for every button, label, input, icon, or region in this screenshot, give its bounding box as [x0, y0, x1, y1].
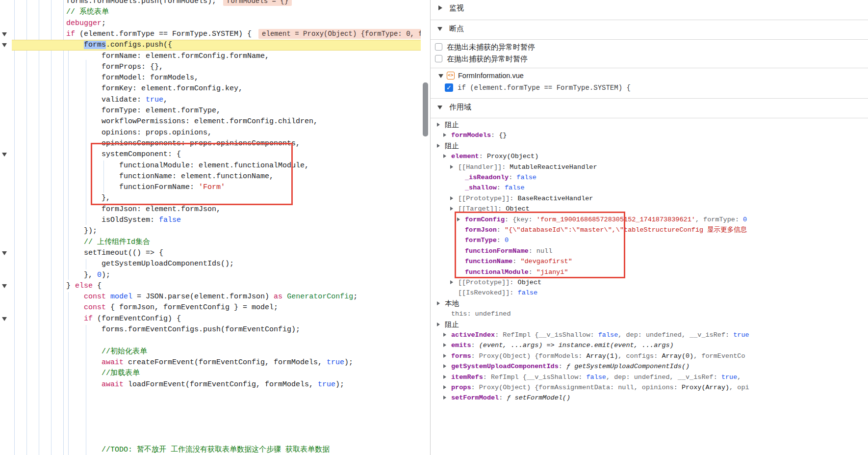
checkbox-checked[interactable]: ✓ [445, 83, 453, 92]
breakpoint-entry[interactable]: ✓ if (element.formType == FormType.SYSTE… [431, 81, 868, 94]
checkbox-unchecked[interactable] [435, 55, 442, 62]
code-line[interactable]: setTimeout(() => { [0, 248, 421, 259]
section-watch[interactable]: 监视 [431, 1, 868, 15]
code-line[interactable]: } else { [0, 281, 421, 292]
section-scope[interactable]: 作用域 [431, 100, 868, 114]
expand-arrow-icon[interactable] [450, 207, 453, 211]
code-line[interactable]: validate: true, [0, 95, 421, 106]
code-line[interactable]: if (element.formType == FormType.SYSTEM)… [0, 29, 421, 40]
expand-arrow-icon[interactable] [443, 154, 446, 158]
code-line[interactable]: }); [0, 226, 421, 237]
expand-arrow-icon[interactable] [437, 144, 440, 148]
code-line[interactable]: isOldSystem: false [0, 215, 421, 226]
code-line[interactable]: }, 0); [0, 270, 421, 281]
code-line[interactable]: await createFormEvent(formEventConfig, f… [0, 357, 421, 368]
code-line[interactable]: forms.formModels.push(formModels);formMo… [0, 0, 421, 7]
expand-arrow-icon[interactable] [443, 343, 446, 347]
code-line[interactable]: formName: element.formConfig.formName, [0, 51, 421, 62]
code-line[interactable]: await loadFormEvent(formEventConfig, for… [0, 379, 421, 390]
breakpoint-file-group[interactable]: <> FormInformation.vue [431, 70, 868, 81]
scope-row[interactable]: this: undefined [431, 309, 868, 319]
scope-token: , dep: undefined, __v_isRef: [606, 374, 721, 381]
scope-token: , dep: undefined, __v_isRef: [618, 331, 733, 339]
code-line[interactable]: // 上传组件Id集合 [0, 237, 421, 248]
code-line[interactable]: const model = JSON.parse(element.formJso… [0, 292, 421, 302]
scope-row[interactable]: forms: Proxy(Object) {formModels: Array(… [431, 351, 868, 361]
expand-arrow-icon[interactable] [450, 165, 453, 169]
code-line[interactable]: opinions: props.opinions, [0, 128, 421, 138]
scope-row[interactable]: [[Prototype]]: Object [431, 277, 868, 288]
scope-row[interactable]: props: Proxy(Object) {formAssignmentData… [431, 382, 868, 393]
code-line[interactable]: //初始化表单 [0, 347, 421, 357]
scope-token: Object [518, 279, 542, 286]
scope-row[interactable]: setFormModel: ƒ setFormModel() [431, 393, 868, 403]
code-line[interactable]: forms.formEventConfigs.push(formEventCon… [0, 324, 421, 335]
scope-token: [[Prototype]] [458, 195, 510, 202]
scope-token: : [483, 374, 491, 381]
scope-token: Array(1) [586, 352, 618, 360]
expand-arrow-icon[interactable] [450, 196, 453, 200]
editor-scrollbar[interactable] [421, 0, 430, 455]
code-line[interactable]: forms.configs.push({ [0, 40, 421, 51]
scope-row[interactable]: [[Prototype]]: BaseReactiveHandler [431, 193, 868, 204]
expand-arrow-icon[interactable] [437, 123, 440, 127]
expand-arrow-icon[interactable] [443, 333, 446, 337]
code-line[interactable]: // 系统表单 [0, 7, 421, 18]
expand-arrow-icon[interactable] [443, 396, 446, 400]
code-line[interactable]: formModel: formModels, [0, 73, 421, 83]
scope-row[interactable]: itemRefs: RefImpl {__v_isShallow: false,… [431, 372, 868, 382]
scope-row[interactable]: [[IsRevoked]]: false [431, 288, 868, 298]
expand-arrow-icon[interactable] [437, 301, 440, 305]
expand-arrow-icon[interactable] [443, 364, 446, 368]
scope-row[interactable]: 本地 [431, 298, 868, 309]
scope-row[interactable]: formModels: {} [431, 130, 868, 140]
expand-arrow-icon[interactable] [443, 354, 446, 358]
code-line[interactable]: formProps: {}, [0, 62, 421, 73]
scope-row[interactable]: 阻止 [431, 141, 868, 151]
chevron-down-icon[interactable] [437, 106, 442, 109]
code-line[interactable]: debugger; [0, 18, 421, 29]
code-line[interactable]: //加载表单 [0, 368, 421, 379]
scope-row[interactable]: [[Handler]]: MutableReactiveHandler [431, 162, 868, 172]
scope-row[interactable]: 阻止 [431, 320, 868, 330]
scope-row[interactable]: emits: (event, ...args) => instance.emit… [431, 340, 868, 350]
checkbox-unchecked[interactable] [435, 43, 442, 51]
code-line[interactable]: formType: element.formType, [0, 106, 421, 116]
pause-on-uncaught-exceptions-row[interactable]: 在抛出未捕获的异常时暂停 [431, 41, 868, 53]
scope-row[interactable]: 阻止 [431, 120, 868, 130]
fold-toggle-icon[interactable] [2, 153, 7, 157]
fold-toggle-icon[interactable] [2, 284, 7, 288]
scope-row[interactable]: activeIndex: RefImpl {__v_isShallow: fal… [431, 330, 868, 340]
expand-arrow-icon[interactable] [443, 385, 446, 389]
fold-toggle-icon[interactable] [2, 43, 7, 47]
code-token: if [66, 30, 75, 38]
code-line[interactable]: const { formJson, formEventConfig } = mo… [0, 302, 421, 313]
scope-row[interactable]: getSystemUploadComponentIds: ƒ getSystem… [431, 361, 868, 372]
code-token: ); [102, 271, 110, 279]
chevron-down-icon[interactable] [438, 74, 443, 78]
expand-arrow-icon[interactable] [443, 133, 446, 137]
code-line[interactable]: workflowPermissions: element.formConfig.… [0, 116, 421, 127]
chevron-down-icon[interactable] [437, 27, 442, 31]
scope-row[interactable]: _isReadonly: false [431, 172, 868, 183]
section-breakpoints[interactable]: 断点 [431, 22, 868, 35]
code-line[interactable]: getSystemUploadComponentIds(); [0, 259, 421, 269]
code-line[interactable]: //TODO: 暂不放开 工作流没有获取表单数据这个步骤 获取表单数据 [0, 445, 421, 455]
scrollbar-thumb[interactable] [423, 82, 428, 136]
fold-toggle-icon[interactable] [2, 251, 7, 255]
code-line[interactable]: if (formEventConfig) { [0, 314, 421, 324]
code-token: ; [102, 19, 106, 27]
pause-on-caught-exceptions-row[interactable]: 在抛出捕获的异常时暂停 [431, 53, 868, 65]
expand-arrow-icon[interactable] [437, 322, 440, 326]
chevron-right-icon[interactable] [438, 5, 442, 10]
code-line[interactable]: formJson: element.formJson, [0, 204, 421, 215]
expand-arrow-icon[interactable] [450, 280, 453, 284]
fold-toggle-icon[interactable] [2, 32, 7, 36]
code-line[interactable]: formKey: element.formConfig.key, [0, 83, 421, 94]
source-editor[interactable]: forms.formModels.push(formModels);formMo… [0, 0, 421, 455]
code-token: forms [84, 41, 106, 49]
expand-arrow-icon[interactable] [443, 375, 446, 379]
scope-row[interactable]: element: Proxy(Object) [431, 151, 868, 161]
scope-row[interactable]: _shallow: false [431, 183, 868, 193]
fold-toggle-icon[interactable] [2, 317, 7, 321]
